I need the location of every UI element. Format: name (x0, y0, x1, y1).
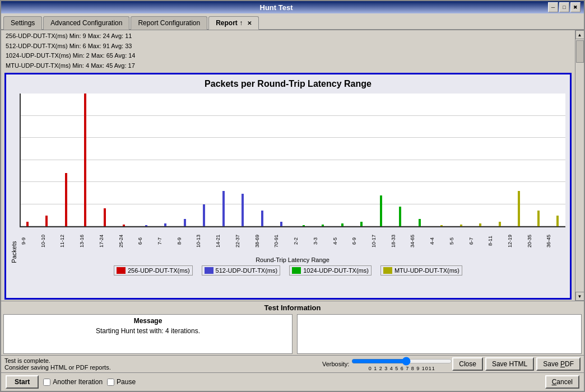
stat-line-1: 256-UDP-DUT-TX(ms) Min: 9 Max: 24 Avg: 1… (6, 31, 570, 41)
verbosity-slider[interactable] (351, 357, 452, 366)
another-iteration-checkbox[interactable] (43, 379, 50, 386)
message-text: Starting Hunt test with: 4 iterations. (6, 327, 290, 335)
scroll-thumb[interactable] (576, 40, 584, 63)
status-line-1: Test is complete. (4, 357, 322, 364)
pause-label: Pause (107, 378, 136, 386)
test-info-section: Test Information Message Starting Hunt t… (1, 301, 584, 391)
verbosity-label: Verbosity: (322, 361, 349, 367)
x-axis: 9-910-1011-1213-1617-2425-246-67-78-910-… (21, 227, 565, 255)
chart-scroll-wrapper: 256-UDP-DUT-TX(ms) Min: 9 Max: 24 Avg: 1… (1, 30, 584, 301)
legend-item: 1024-UDP-DUT-TX(ms) (289, 265, 372, 276)
legend-item: 512-UDP-DUT-TX(ms) (202, 265, 281, 276)
start-button[interactable]: Start (6, 375, 39, 389)
cancel-button[interactable]: Cancel (545, 375, 579, 389)
info-panels: Message Starting Hunt test with: 4 itera… (1, 313, 584, 355)
message-title: Message (6, 317, 290, 325)
save-html-button[interactable]: Save HTML (485, 357, 534, 371)
chart-title: Packets per Round-Trip Latency Range (11, 79, 565, 89)
title-bar-right-controls[interactable]: ─ □ ✖ (548, 2, 581, 12)
title-bar: Hunt Test ─ □ ✖ (1, 1, 584, 13)
vertical-scrollbar[interactable]: ▲ ▼ (575, 30, 584, 301)
close-button-bottom[interactable]: Close (452, 357, 483, 371)
stats-bar: 256-UDP-DUT-TX(ms) Min: 9 Max: 24 Avg: 1… (1, 30, 575, 72)
y-axis-label: Packets (11, 94, 17, 263)
another-iteration-text: Another Iteration (53, 378, 103, 386)
tab-bar: Settings Advanced Configuration Report C… (1, 13, 584, 30)
stat-line-3: 1024-UDP-DUT-TX(ms) Min: 2 Max: 65 Avg: … (6, 51, 570, 61)
legend-item: MTU-UDP-DUT-TX(ms) (380, 265, 462, 276)
stat-line-4: MTU-UDP-DUT-TX(ms) Min: 4 Max: 45 Avg: 1… (6, 61, 570, 71)
tab-close-icon[interactable]: ✕ (247, 20, 252, 26)
extra-panel (297, 314, 582, 354)
action-buttons: Close Save HTML Save PDF (452, 357, 581, 371)
maximize-button[interactable]: □ (559, 2, 569, 12)
tab-report-config[interactable]: Report Configuration (131, 16, 207, 30)
window-title: Hunt Test (4, 3, 548, 12)
legend-item: 256-UDP-DUT-TX(ms) (114, 265, 193, 276)
tab-settings[interactable]: Settings (3, 16, 42, 30)
verbosity-ticks: 0 1 2 3 4 5 6 7 8 9 1011 (369, 366, 435, 371)
verbosity-section: Verbosity: 0 1 2 3 4 5 6 7 8 9 1011 (322, 357, 452, 371)
tab-report[interactable]: Report ↑ ✕ (208, 16, 258, 30)
test-info-title: Test Information (1, 301, 584, 313)
tab-advanced-config[interactable]: Advanced Configuration (43, 16, 129, 30)
main-content: 256-UDP-DUT-TX(ms) Min: 9 Max: 24 Avg: 1… (1, 30, 584, 391)
chart-legend: 256-UDP-DUT-TX(ms)512-UDP-DUT-TX(ms)1024… (11, 265, 565, 276)
close-button[interactable]: ✖ (570, 2, 581, 12)
scroll-up-arrow[interactable]: ▲ (575, 30, 584, 39)
chart-container: Packets 0250,000500,000750,0001,000,0001… (11, 94, 565, 263)
status-text: Test is complete. Consider saving HTML o… (4, 357, 322, 371)
message-panel: Message Starting Hunt test with: 4 itera… (3, 314, 292, 354)
chart-area: Packets per Round-Trip Latency Range Pac… (4, 73, 572, 300)
verbosity-control: 0 1 2 3 4 5 6 7 8 9 1011 (351, 357, 452, 371)
status-line-2: Consider saving HTML or PDF reports. (4, 364, 322, 371)
status-bar: Test is complete. Consider saving HTML o… (1, 355, 584, 372)
x-axis-label: Round-Trip Latency Range (20, 256, 565, 263)
scroll-down-arrow[interactable]: ▼ (575, 292, 584, 301)
main-window: Hunt Test ─ □ ✖ Settings Advanced Config… (0, 0, 585, 392)
footer-bar: Start Another Iteration Pause Cancel (1, 372, 584, 391)
another-iteration-label: Another Iteration (43, 378, 103, 386)
save-pdf-button[interactable]: Save PDF (536, 357, 581, 371)
stat-line-2: 512-UDP-DUT-TX(ms) Min: 6 Max: 91 Avg: 3… (6, 41, 570, 52)
chart-plot: 0250,000500,000750,0001,000,0001,250,000… (20, 94, 565, 227)
minimize-button[interactable]: ─ (548, 2, 558, 12)
pause-text: Pause (117, 378, 136, 386)
pause-checkbox[interactable] (107, 379, 114, 386)
chart-inner: 0250,000500,000750,0001,000,0001,250,000… (20, 94, 565, 263)
